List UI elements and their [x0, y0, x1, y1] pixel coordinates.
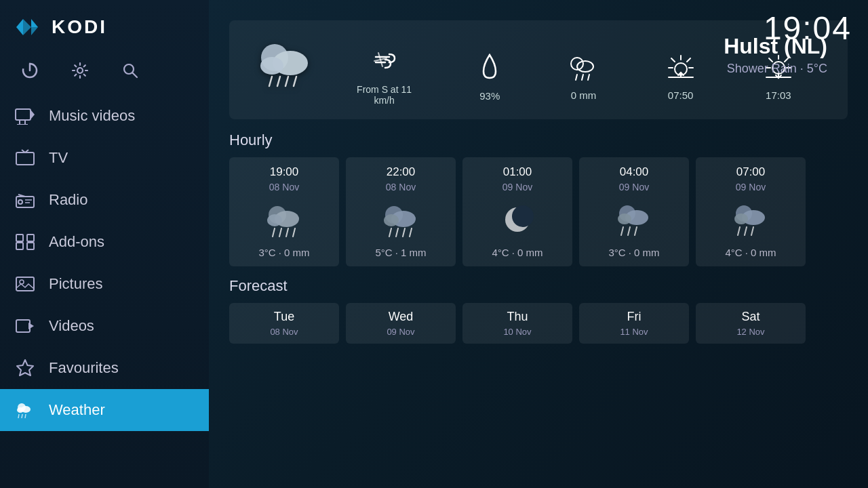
svg-line-50: [576, 75, 577, 80]
svg-line-80: [396, 228, 398, 237]
sidebar-item-favourites[interactable]: Favourites: [0, 347, 209, 389]
forecast-title: Forecast: [229, 277, 848, 295]
wind-detail: From S at 11 km/h: [357, 47, 412, 106]
svg-line-52: [588, 75, 589, 80]
svg-line-96: [751, 227, 753, 235]
svg-rect-23: [27, 235, 34, 241]
svg-line-81: [403, 228, 405, 237]
svg-line-34: [18, 414, 19, 418]
wind-icon: [370, 47, 399, 80]
svg-marker-1: [23, 19, 31, 35]
forecast-card-3: Fri 11 Nov: [579, 303, 689, 344]
tv-icon: [14, 146, 37, 169]
hourly-icon-0: [260, 199, 308, 240]
sidebar-item-pictures-label: Pictures: [49, 275, 102, 293]
humidity-icon: [477, 52, 502, 86]
settings-button[interactable]: [69, 60, 91, 81]
svg-line-75: [293, 228, 295, 237]
svg-marker-29: [28, 323, 34, 329]
sunrise-icon: [665, 53, 697, 85]
forecast-day-0: Tue: [274, 310, 294, 324]
sidebar-item-radio[interactable]: Radio: [0, 179, 209, 221]
hourly-temp-1: 5°C · 1 mm: [375, 247, 426, 258]
svg-line-74: [286, 228, 288, 237]
svg-line-89: [628, 227, 630, 235]
hourly-card-3: 04:00 09 Nov 3°C · 0 mm: [579, 157, 689, 266]
svg-rect-28: [16, 320, 30, 332]
svg-line-36: [25, 414, 26, 418]
location-name: Hulst (NL): [724, 34, 827, 59]
sidebar-item-tv[interactable]: TV: [0, 137, 209, 179]
sidebar-item-addons[interactable]: Add-ons: [0, 221, 209, 263]
hourly-temp-2: 4°C · 0 mm: [492, 247, 542, 258]
hourly-section: Hourly 19:00 08 Nov 3°C ·: [229, 131, 848, 266]
hourly-temp-4: 4°C · 0 mm: [725, 247, 776, 258]
svg-line-40: [269, 77, 272, 86]
svg-point-33: [17, 407, 24, 413]
svg-line-43: [294, 77, 296, 86]
svg-line-88: [621, 227, 623, 235]
power-button[interactable]: [19, 60, 41, 81]
forecast-day-1: Wed: [389, 310, 414, 324]
svg-line-51: [582, 75, 583, 80]
svg-marker-10: [31, 110, 35, 119]
svg-rect-24: [16, 243, 23, 249]
forecast-card-0: Tue 08 Nov: [229, 303, 339, 344]
svg-rect-9: [16, 109, 31, 120]
svg-point-6: [77, 68, 83, 73]
hourly-icon-3: [610, 199, 658, 240]
hourly-title: Hourly: [229, 131, 848, 149]
forecast-date-3: 11 Nov: [620, 327, 648, 337]
svg-point-18: [18, 200, 22, 204]
svg-line-58: [687, 58, 690, 62]
svg-point-87: [618, 214, 631, 224]
svg-rect-22: [16, 235, 23, 241]
forecast-day-2: Thu: [507, 310, 528, 324]
svg-line-42: [285, 77, 288, 86]
svg-line-95: [745, 227, 747, 235]
svg-line-79: [389, 228, 391, 237]
hourly-date-4: 09 Nov: [736, 182, 766, 192]
sidebar-item-weather[interactable]: Weather: [0, 389, 209, 431]
hourly-time-0: 19:00: [270, 165, 299, 179]
hourly-icon-2: [494, 199, 541, 240]
weather-nav-icon: [14, 399, 37, 422]
sidebar: KODI: [0, 0, 209, 488]
search-button[interactable]: [119, 60, 141, 81]
svg-line-57: [671, 58, 675, 62]
sidebar-item-music-videos[interactable]: Music videos: [0, 95, 209, 137]
current-weather-panel: From S at 11 km/h 93%: [229, 20, 848, 119]
svg-line-72: [273, 228, 275, 237]
svg-line-41: [277, 77, 280, 86]
rain-detail: 0 mm: [568, 53, 599, 101]
sunrise-detail: 07:50: [665, 53, 697, 101]
hourly-card-0: 19:00 08 Nov 3°C · 0 mm: [229, 157, 339, 266]
hourly-temp-0: 3°C · 0 mm: [258, 247, 309, 258]
forecast-card-4: Sat 12 Nov: [696, 303, 806, 344]
hourly-time-1: 22:00: [387, 165, 416, 179]
svg-marker-3: [31, 27, 38, 35]
svg-line-73: [279, 228, 281, 237]
svg-point-39: [260, 57, 283, 75]
kodi-logo-icon: [14, 12, 43, 42]
forecast-section: Forecast Tue 08 Nov Wed 09 Nov Thu 10 No…: [229, 277, 848, 344]
svg-marker-0: [16, 19, 23, 35]
wind-label: From S at 11 km/h: [357, 84, 412, 106]
toolbar: [0, 54, 209, 87]
svg-point-78: [384, 214, 399, 226]
sidebar-item-videos[interactable]: Videos: [0, 305, 209, 347]
svg-rect-25: [27, 243, 34, 249]
svg-point-71: [267, 214, 282, 226]
main-content: 19:04: [209, 0, 868, 488]
sidebar-item-pictures[interactable]: Pictures: [0, 263, 209, 305]
svg-line-90: [635, 227, 637, 235]
addons-icon: [14, 230, 37, 253]
hourly-icon-1: [377, 199, 425, 240]
sidebar-item-addons-label: Add-ons: [49, 233, 104, 251]
pictures-icon: [14, 272, 37, 296]
forecast-day-3: Fri: [627, 310, 642, 324]
nav-items: Music videos TV: [0, 95, 209, 488]
hourly-date-2: 09 Nov: [502, 182, 532, 192]
hourly-temp-3: 3°C · 0 mm: [608, 247, 659, 258]
forecast-date-1: 09 Nov: [387, 327, 414, 337]
